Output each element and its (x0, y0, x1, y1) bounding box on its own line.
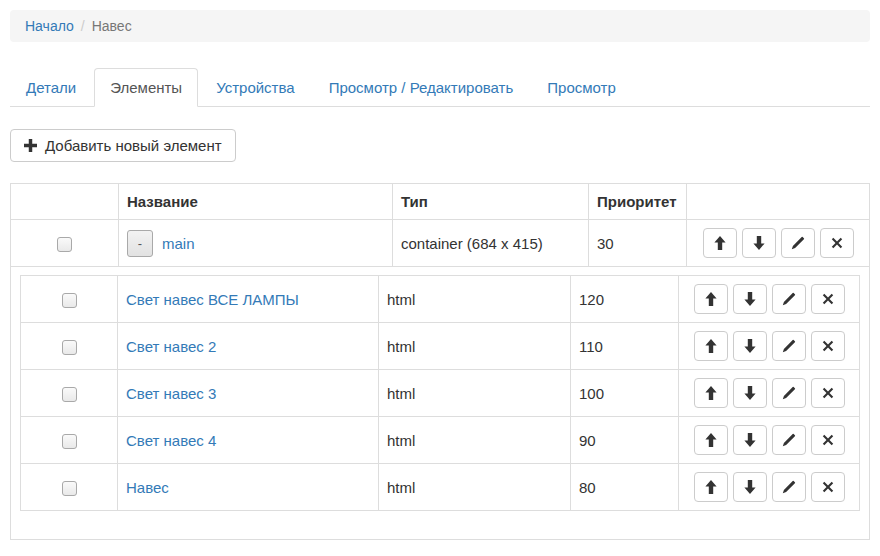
add-element-button[interactable]: Добавить новый элемент (10, 129, 236, 162)
move-down-button[interactable] (733, 378, 767, 408)
breadcrumb-home-link[interactable]: Начало (25, 18, 74, 34)
element-type: html (379, 276, 571, 323)
tab-view-edit[interactable]: Просмотр / Редактировать (313, 68, 530, 107)
element-type: html (379, 417, 571, 464)
move-down-button[interactable] (742, 228, 776, 258)
edit-button[interactable] (772, 284, 806, 314)
element-priority: 100 (571, 370, 679, 417)
move-up-button[interactable] (694, 331, 728, 361)
child-elements-table: Свет навес ВСЕ ЛАМПЫ html 120 (20, 275, 860, 511)
remove-icon (822, 481, 834, 493)
move-up-button[interactable] (694, 284, 728, 314)
pencil-icon (782, 339, 796, 353)
header-checkbox-column (11, 184, 119, 220)
row-actions (687, 425, 851, 455)
edit-button[interactable] (772, 331, 806, 361)
delete-button[interactable] (820, 228, 854, 258)
table-row: Навес html 80 (21, 464, 860, 511)
element-type: html (379, 323, 571, 370)
move-down-button[interactable] (733, 425, 767, 455)
element-priority: 110 (571, 323, 679, 370)
tab-view[interactable]: Просмотр (531, 68, 632, 107)
header-actions-column (687, 184, 870, 220)
arrow-down-icon (744, 339, 756, 353)
tab-elements[interactable]: Элементы (94, 68, 198, 107)
table-row-main: - main container (684 x 415) 30 (11, 220, 870, 267)
element-link-main[interactable]: main (162, 235, 195, 252)
arrow-up-icon (705, 292, 717, 306)
element-link[interactable]: Свет навес 4 (126, 432, 216, 449)
tab-details[interactable]: Детали (10, 68, 92, 107)
move-up-button[interactable] (694, 425, 728, 455)
elements-table: Название Тип Приоритет - main container … (10, 183, 870, 540)
arrow-up-icon (705, 339, 717, 353)
move-down-button[interactable] (733, 331, 767, 361)
table-row: Свет навес 2 html 110 (21, 323, 860, 370)
row-checkbox[interactable] (62, 481, 77, 496)
element-link[interactable]: Свет навес 3 (126, 385, 216, 402)
row-checkbox[interactable] (62, 340, 77, 355)
row-actions (687, 472, 851, 502)
tab-bar: Детали Элементы Устройства Просмотр / Ре… (10, 68, 870, 107)
arrow-down-icon (744, 433, 756, 447)
element-type: container (684 x 415) (393, 220, 589, 267)
arrow-down-icon (744, 292, 756, 306)
collapse-button[interactable]: - (127, 230, 153, 257)
row-checkbox[interactable] (62, 434, 77, 449)
delete-button[interactable] (811, 378, 845, 408)
delete-button[interactable] (811, 284, 845, 314)
arrow-down-icon (753, 236, 765, 250)
element-link[interactable]: Навес (126, 479, 169, 496)
breadcrumb-current: Навес (92, 18, 132, 34)
delete-button[interactable] (811, 472, 845, 502)
element-priority: 30 (589, 220, 687, 267)
row-actions (687, 331, 851, 361)
pencil-icon (782, 292, 796, 306)
tab-devices[interactable]: Устройства (200, 68, 310, 107)
pencil-icon (791, 236, 805, 250)
element-priority: 90 (571, 417, 679, 464)
edit-button[interactable] (772, 378, 806, 408)
breadcrumb-separator: / (74, 18, 92, 34)
edit-button[interactable] (772, 472, 806, 502)
nested-table-row: Свет навес ВСЕ ЛАМПЫ html 120 (11, 267, 870, 540)
row-checkbox[interactable] (57, 237, 72, 252)
move-down-button[interactable] (733, 284, 767, 314)
move-up-button[interactable] (694, 472, 728, 502)
header-name: Название (119, 184, 393, 220)
delete-button[interactable] (811, 425, 845, 455)
pencil-icon (782, 386, 796, 400)
edit-button[interactable] (772, 425, 806, 455)
element-link[interactable]: Свет навес 2 (126, 338, 216, 355)
arrow-up-icon (705, 386, 717, 400)
move-down-button[interactable] (733, 472, 767, 502)
table-row: Свет навес ВСЕ ЛАМПЫ html 120 (21, 276, 860, 323)
row-actions (695, 228, 861, 258)
table-row: Свет навес 3 html 100 (21, 370, 860, 417)
plus-icon (24, 139, 37, 152)
add-element-button-label: Добавить новый элемент (45, 137, 222, 154)
table-header-row: Название Тип Приоритет (11, 184, 870, 220)
remove-icon (822, 340, 834, 352)
row-checkbox[interactable] (62, 387, 77, 402)
header-priority: Приоритет (589, 184, 687, 220)
delete-button[interactable] (811, 331, 845, 361)
arrow-up-icon (705, 480, 717, 494)
arrow-down-icon (744, 480, 756, 494)
row-checkbox[interactable] (62, 293, 77, 308)
element-priority: 120 (571, 276, 679, 323)
page: Начало / Навес Детали Элементы Устройств… (0, 0, 880, 540)
pencil-icon (782, 480, 796, 494)
remove-icon (822, 387, 834, 399)
edit-button[interactable] (781, 228, 815, 258)
move-up-button[interactable] (694, 378, 728, 408)
element-link[interactable]: Свет навес ВСЕ ЛАМПЫ (126, 291, 299, 308)
arrow-up-icon (705, 433, 717, 447)
pencil-icon (782, 433, 796, 447)
remove-icon (831, 237, 843, 249)
remove-icon (822, 434, 834, 446)
arrow-up-icon (714, 236, 726, 250)
move-up-button[interactable] (703, 228, 737, 258)
element-priority: 80 (571, 464, 679, 511)
breadcrumb: Начало / Навес (10, 10, 870, 42)
